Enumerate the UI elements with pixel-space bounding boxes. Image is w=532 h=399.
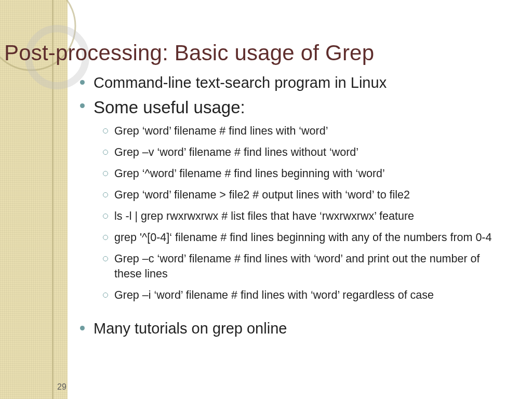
bullet-item: Command-line text-search program in Linu…: [73, 73, 520, 93]
example-item: ls -l | grep rwxrwxrwx # list files that…: [94, 209, 499, 224]
example-item: Grep ‘word’ filename > file2 # output li…: [94, 188, 499, 203]
slide-title: Post-processing: Basic usage of Grep: [4, 41, 374, 65]
example-item: Grep –c ‘word’ filename # find lines wit…: [94, 251, 499, 282]
bullet-text: Some useful usage:: [94, 98, 245, 117]
slide-content: Command-line text-search program in Linu…: [73, 73, 520, 342]
example-item: Grep –v ‘word’ filename # find lines wit…: [94, 145, 499, 160]
bullet-item: Many tutorials on grep online: [73, 318, 520, 339]
example-item: Grep ‘^word’ filename # find lines begin…: [94, 166, 499, 181]
bullet-item: Some useful usage: Grep ‘word’ filename …: [73, 96, 520, 303]
example-item: grep '^[0-4]‘ filename # find lines begi…: [94, 230, 499, 245]
example-item: Grep ‘word’ filename # find lines with ‘…: [94, 124, 499, 139]
slide-number: 29: [57, 382, 66, 392]
example-item: Grep –i ‘word’ filename # find lines wit…: [94, 288, 499, 303]
